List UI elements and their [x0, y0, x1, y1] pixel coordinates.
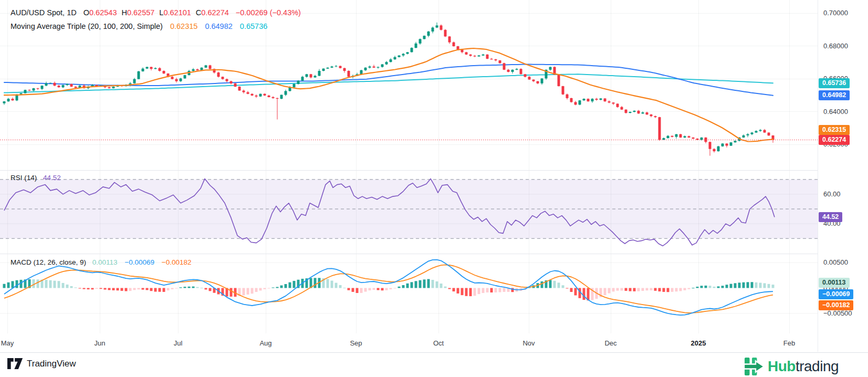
rsi-legend[interactable]: RSI (14) 44.52	[11, 174, 61, 182]
macd-legend[interactable]: MACD (12, 26, close, 9) 0.00113 −0.00069…	[11, 258, 192, 266]
month-label-sep[interactable]: Sep	[350, 339, 362, 347]
hubtrading-logo: Hubtrading	[745, 357, 839, 376]
chart-plot-area[interactable]	[0, 0, 818, 333]
pane-divider[interactable]	[0, 254, 868, 254]
month-label-2025[interactable]: 2025	[691, 339, 706, 347]
hubtrading-icon	[745, 357, 765, 376]
month-label-feb[interactable]: Feb	[783, 339, 795, 347]
last-price-badge: 0.62274	[819, 135, 850, 145]
ma-legend[interactable]: Moving Average Triple (20, 100, 200, Sim…	[11, 22, 267, 30]
macd-signal-value: −0.00182	[162, 258, 192, 266]
ohlc-key: H	[121, 8, 127, 17]
macd-tick: −0.00500	[823, 309, 852, 318]
ma200-badge: 0.65736	[819, 78, 850, 88]
month-label-may[interactable]: May	[1, 339, 14, 347]
ohlc-val: 0.62557	[127, 8, 154, 17]
ohlc-val: 0.62543	[89, 8, 117, 17]
chart-window: AUD/USD Spot, 1D O0.62543H0.62557L0.6210…	[0, 0, 868, 377]
brand-hub: Hub	[768, 358, 796, 374]
symbol-title[interactable]: AUD/USD Spot, 1D	[11, 8, 77, 17]
price-scale[interactable]: 0.700000.680000.660000.640000.6200060.00…	[818, 0, 868, 352]
tradingview-icon	[7, 358, 23, 369]
macd-line-value: −0.00069	[124, 258, 154, 266]
month-label-nov[interactable]: Nov	[522, 339, 535, 347]
ohlc-values: O0.62543H0.62557L0.62101C0.62274	[79, 8, 229, 17]
time-scale[interactable]: MayJunJulAugSepOctNovDec2025Feb	[0, 333, 818, 352]
rsi-value: 44.52	[43, 174, 61, 182]
ma20-badge: 0.62315	[819, 125, 850, 135]
ohlc-val: 0.62274	[201, 8, 228, 17]
price-tick: 0.64000	[823, 108, 848, 116]
ohlc-key: O	[83, 8, 89, 17]
month-label-jul[interactable]: Jul	[174, 339, 183, 347]
price-tick: 0.68000	[823, 42, 848, 50]
footer-divider	[0, 352, 868, 353]
macd-signal-badge: −0.00182	[819, 300, 853, 310]
ma200-value: 0.65736	[240, 22, 267, 30]
change-value: −0.00269 (−0.43%)	[236, 8, 301, 17]
ma100-value: 0.64982	[205, 22, 232, 30]
macd-hist-badge: 0.00113	[819, 278, 850, 288]
macd-hist-value: 0.00113	[92, 258, 118, 266]
month-label-oct[interactable]: Oct	[433, 339, 444, 347]
month-label-jun[interactable]: Jun	[95, 339, 106, 347]
pane-divider[interactable]	[0, 170, 868, 171]
rsi-badge: 44.52	[819, 212, 842, 222]
symbol-legend[interactable]: AUD/USD Spot, 1D O0.62543H0.62557L0.6210…	[11, 8, 301, 17]
brand-trading: trading	[796, 358, 839, 374]
month-label-dec[interactable]: Dec	[604, 339, 616, 347]
month-label-aug[interactable]: Aug	[259, 339, 271, 347]
ma-legend-label[interactable]: Moving Average Triple (20, 100, 200, Sim…	[11, 22, 163, 30]
tradingview-label: TradingView	[27, 359, 76, 369]
price-tick: 0.70000	[823, 9, 848, 17]
macd-tick: 0.00500	[823, 258, 848, 267]
rsi-tick: 60.00	[823, 190, 841, 198]
ma100-badge: 0.64982	[819, 90, 850, 100]
tradingview-logo[interactable]: TradingView	[7, 358, 76, 369]
ohlc-key: C	[196, 8, 201, 17]
macd-line-badge: −0.00069	[819, 289, 853, 299]
macd-label[interactable]: MACD (12, 26, close, 9)	[11, 258, 86, 266]
ma20-value: 0.62315	[170, 22, 197, 30]
rsi-label[interactable]: RSI (14)	[11, 174, 37, 182]
ohlc-val: 0.62101	[163, 8, 191, 17]
